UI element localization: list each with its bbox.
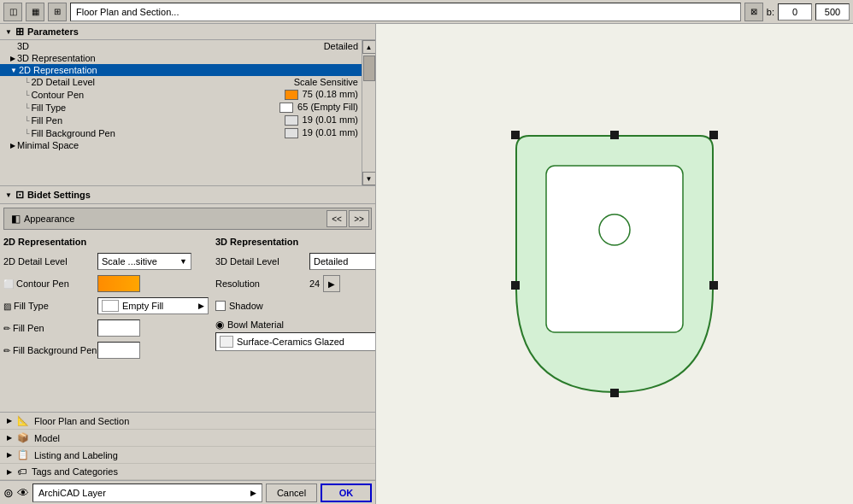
label-b: b:	[767, 7, 774, 17]
tree-item-detail-value: Scale Sensitive	[294, 77, 358, 87]
tree-item-3drep[interactable]: ▶ 3D Representation	[0, 52, 362, 64]
handle-bottom-mid	[610, 389, 619, 397]
nav-next-btn[interactable]: >>	[349, 210, 369, 227]
tree-triangle-minimal[interactable]: ▶	[10, 142, 15, 149]
toolbar-icon-1[interactable]: ◫	[3, 3, 22, 21]
tree-item-fillbgpen[interactable]: └ Fill Background Pen 19 (0.01 mm)	[0, 126, 362, 139]
nav-prev-btn[interactable]: <<	[326, 210, 347, 227]
nav-item-floor-plan[interactable]: ▶ 📐 Floor Plan and Section	[0, 413, 375, 430]
b-value: 0	[792, 7, 797, 17]
rep-2d-fillbgpen-row: ✏ Fill Background Pen	[3, 341, 209, 360]
fill-type-dropdown[interactable]: Empty Fill ▶	[97, 297, 209, 314]
tree-item-filltype[interactable]: └ Fill Type 65 (Empty Fill)	[0, 101, 362, 114]
tree-item-detail[interactable]: └ 2D Detail Level Scale Sensitive	[0, 76, 362, 88]
tree-item-2drep[interactable]: ▼ 2D Representation	[0, 64, 362, 76]
params-triangle[interactable]: ▼	[5, 28, 12, 36]
rep-2d-filltype-label-text: Fill Type	[14, 301, 49, 311]
rep-3d-detail-dropdown[interactable]: Detailed ▼	[309, 253, 375, 270]
tree-item-contour[interactable]: └ Contour Pen 75 (0.18 mm)	[0, 88, 362, 101]
rep-2d-contour-control	[97, 275, 209, 292]
scrollbar-up[interactable]: ▲	[362, 40, 376, 54]
rep-2d-fillbgpen-label-text: Fill Background Pen	[13, 345, 97, 355]
detail-arrow: ▼	[374, 257, 375, 266]
nav-item-model[interactable]: ▶ 📦 Model	[0, 430, 375, 447]
tree-item-minimal[interactable]: ▶ Minimal Space	[0, 139, 362, 151]
ok-button[interactable]: OK	[321, 483, 372, 502]
rep-3d-resolution-row: Resolution 24 ▶	[215, 274, 375, 293]
nav-label-listing: Listing and Labeling	[34, 450, 118, 460]
appearance-label-area: ◧ Appearance	[4, 210, 325, 227]
toolbar-title: Floor Plan and Section...	[70, 3, 741, 21]
handle-top-left	[511, 131, 520, 139]
rep-3d-resolution-control: 24 ▶	[309, 275, 375, 292]
toolbar-right: ⊠ b: 0 500	[744, 3, 850, 21]
nav-triangle-listing[interactable]: ▶	[7, 451, 12, 459]
rep-2d-contour-label-text: Contour Pen	[16, 278, 69, 289]
params-section: ▼ ⊞ Parameters 3D Detailed ▶ 3D	[0, 24, 375, 186]
fill-pen-swatch[interactable]	[97, 319, 140, 337]
tree-item-3d[interactable]: 3D Detailed	[0, 40, 362, 52]
right-value: 500	[825, 7, 840, 17]
rep-2d-contour-row: ⬜ Contour Pen	[3, 274, 209, 293]
rep-3d-bowl-row: ◉ Bowl Material Surface-Ceramics Glazed …	[215, 319, 375, 351]
bidet-header-label: Bidet Settings	[27, 190, 91, 200]
params-icon: ⊞	[15, 26, 24, 38]
rep-3d-detail-label: 3D Detail Level	[215, 256, 309, 267]
nav-triangle-model[interactable]: ▶	[7, 434, 12, 442]
tree-triangle-3drep[interactable]: ▶	[10, 55, 15, 62]
fill-arrow: ▶	[198, 302, 204, 310]
layer-label: ArchiCAD Layer	[38, 488, 106, 498]
handle-left-mid	[511, 281, 520, 290]
nav-icon-listing: 📋	[17, 449, 29, 460]
nav-item-tags[interactable]: ▶ 🏷 Tags and Categories	[0, 464, 375, 480]
toolbar-icon-4[interactable]: ⊠	[744, 3, 763, 21]
cancel-button[interactable]: Cancel	[266, 483, 317, 502]
rep-2d-detail-dropdown[interactable]: Scale ...sitive ▼	[97, 253, 191, 270]
toolbar-icon-2[interactable]: ▦	[26, 3, 44, 21]
rep-3d-resolution-value: 24	[309, 278, 320, 289]
nav-item-listing[interactable]: ▶ 📋 Listing and Labeling	[0, 447, 375, 464]
contour-pen-swatch[interactable]	[97, 275, 140, 292]
layer-left-icon: ⊚	[3, 486, 14, 500]
params-header-label: Parameters	[27, 26, 79, 37]
dropdown-arrow: ▼	[179, 257, 187, 266]
bowl-icon: ◉	[215, 319, 224, 331]
contour-icon: ⬜	[3, 279, 14, 289]
shadow-checkbox[interactable]	[215, 301, 226, 311]
rep-2d-detail-control: Scale ...sitive ▼	[97, 253, 209, 270]
tree-triangle-2drep[interactable]: ▼	[10, 67, 17, 74]
bidet-header[interactable]: ▼ ⊡ Bidet Settings	[0, 186, 375, 204]
rep-3d-shadow-row: Shadow	[215, 296, 375, 315]
res-increase-btn[interactable]: ▶	[323, 275, 340, 292]
bidet-triangle[interactable]: ▼	[5, 191, 12, 199]
fill-icon: ▨	[3, 302, 11, 311]
rep-columns: 2D Representation 2D Detail Level Scale …	[0, 233, 375, 412]
filltype-color-box	[279, 103, 293, 113]
params-tree-wrapper: 3D Detailed ▶ 3D Representation ▼ 2D Rep…	[0, 40, 375, 185]
appearance-bar[interactable]: ◧ Appearance << >>	[3, 208, 372, 230]
handle-top-mid	[610, 131, 619, 139]
tree-item-fillpen[interactable]: └ Fill Pen 19 (0.01 mm)	[0, 114, 362, 126]
nav-triangle-floor[interactable]: ▶	[7, 417, 12, 425]
tree-item-3drep-label: 3D Representation	[17, 53, 96, 63]
params-header[interactable]: ▼ ⊞ Parameters	[0, 24, 375, 40]
bidet-icon: ⊡	[15, 189, 24, 201]
rep-2d-detail-row: 2D Detail Level Scale ...sitive ▼	[3, 252, 209, 271]
rep-3d-bowl-value: Surface-Ceramics Glazed	[237, 337, 344, 347]
layer-dropdown[interactable]: ArchiCAD Layer ▶	[32, 483, 262, 502]
toolbar-icon-3[interactable]: ⊞	[48, 3, 67, 21]
bowl-material-dropdown[interactable]: Surface-Ceramics Glazed ▶	[215, 332, 375, 351]
rep-2d-fillpen-label: ✏ Fill Pen	[3, 323, 97, 333]
appearance-label-text: Appearance	[24, 214, 74, 224]
rep-3d-header: 3D Representation	[215, 237, 375, 247]
fillbgpen-icon: ✏	[3, 346, 10, 355]
fill-bg-pen-swatch[interactable]	[97, 342, 140, 359]
scrollbar-thumb[interactable]	[363, 56, 375, 81]
params-tree-content: 3D Detailed ▶ 3D Representation ▼ 2D Rep…	[0, 40, 362, 185]
nav-triangle-tags[interactable]: ▶	[7, 468, 12, 476]
appearance-icon: ◧	[11, 213, 21, 225]
cancel-label: Cancel	[277, 488, 306, 498]
tree-item-fillpen-label: Fill Pen	[31, 115, 62, 126]
scrollbar-down[interactable]: ▼	[362, 172, 376, 185]
right-value-box: 500	[815, 3, 850, 21]
